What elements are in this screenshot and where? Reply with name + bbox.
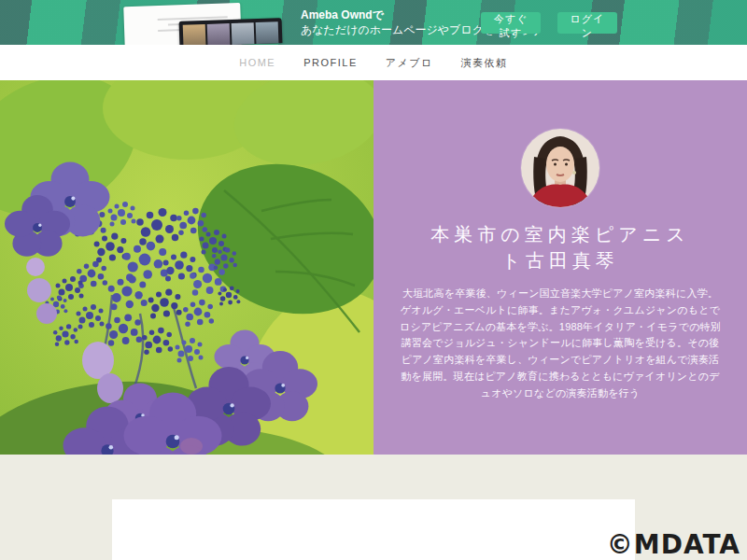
profile-panel: 本巣市の室内楽ピアニスト古田真琴 大垣北高を卒業後、ウィーン国立音楽大学ピアノ室… bbox=[374, 80, 747, 455]
nav-item-ameblo[interactable]: アメブロ bbox=[386, 56, 433, 70]
hero-section: 本巣市の室内楽ピアニスト古田真琴 大垣北高を卒業後、ウィーン国立音楽大学ピアノ室… bbox=[0, 80, 747, 455]
content-card bbox=[112, 499, 635, 560]
pianist-portrait-avatar bbox=[521, 129, 599, 207]
pianist-bio: 大垣北高を卒業後、ウィーン国立音楽大学ピアノ室内楽科に入学。ゲオルグ・エーベルト… bbox=[398, 286, 723, 402]
device-preview-thumbnail bbox=[179, 18, 283, 45]
page: Ameba Owndで あなただけのホームページやブログをつくろう 今すぐ試す … bbox=[0, 0, 747, 560]
nav-item-request[interactable]: 演奏依頼 bbox=[461, 56, 508, 70]
try-now-button[interactable]: 今すぐ試す bbox=[481, 12, 541, 34]
mdata-watermark: ©MDATA bbox=[607, 529, 740, 560]
site-nav: HOME PROFILE アメブロ 演奏依頼 bbox=[0, 45, 747, 80]
page-title-line2: ト古田真琴 bbox=[501, 250, 618, 271]
hydrangea-photo bbox=[0, 80, 374, 455]
nav-item-profile[interactable]: PROFILE bbox=[303, 57, 358, 68]
page-title-line1: 本巣市の室内楽ピアニス bbox=[430, 224, 689, 245]
ameba-ownd-banner: Ameba Owndで あなただけのホームページやブログをつくろう 今すぐ試す … bbox=[0, 0, 747, 45]
login-button[interactable]: ログイン bbox=[557, 12, 617, 34]
nav-item-home[interactable]: HOME bbox=[239, 57, 275, 68]
page-title: 本巣市の室内楽ピアニスト古田真琴 bbox=[374, 221, 747, 273]
